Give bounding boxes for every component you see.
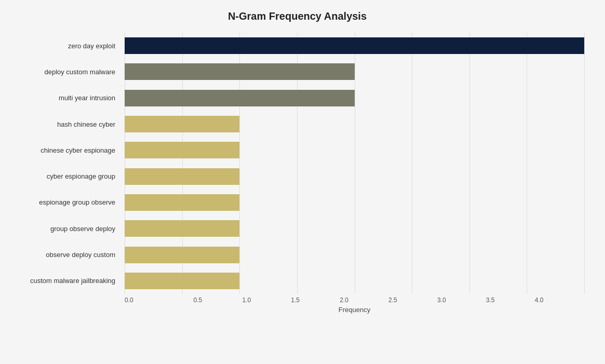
bar xyxy=(125,63,355,80)
grid-line xyxy=(584,33,585,294)
bar-row xyxy=(125,89,584,107)
y-label: chinese cyber espionage xyxy=(10,138,119,162)
bar-row xyxy=(125,219,584,238)
x-tick: 4.0 xyxy=(515,296,563,304)
chart-title: N-Gram Frequency Analysis xyxy=(10,10,584,22)
x-tick: 3.0 xyxy=(417,296,466,304)
x-tick: 1.5 xyxy=(271,296,320,304)
y-label: hash chinese cyber xyxy=(10,112,119,136)
bar-row xyxy=(125,167,584,186)
y-labels: zero day exploitdeploy custom malwaremul… xyxy=(10,33,125,294)
bar xyxy=(125,142,239,158)
chart-area: zero day exploitdeploy custom malwaremul… xyxy=(10,33,584,314)
y-label: multi year intrusion xyxy=(10,86,119,110)
y-label: espionage group observe xyxy=(10,191,119,214)
y-label: cyber espionage group xyxy=(10,165,119,188)
bar xyxy=(125,273,239,289)
x-tick: 2.0 xyxy=(320,296,369,304)
bar xyxy=(125,247,239,263)
x-tick: 1.0 xyxy=(222,296,271,304)
bar xyxy=(125,220,239,237)
bar-row xyxy=(125,272,584,290)
y-label: zero day exploit xyxy=(10,34,119,58)
bar xyxy=(125,168,239,185)
bars-area xyxy=(125,33,584,294)
bar xyxy=(125,194,239,211)
x-axis-label: Frequency xyxy=(125,306,584,314)
x-tick: 3.5 xyxy=(466,296,515,304)
x-tick: 2.5 xyxy=(368,296,417,304)
bar-row xyxy=(125,115,584,133)
y-label: custom malware jailbreaking xyxy=(10,269,119,293)
y-label: observe deploy custom xyxy=(10,243,119,267)
x-axis-container: 0.00.51.01.52.02.53.03.54.0 xyxy=(10,294,584,304)
y-label: deploy custom malware xyxy=(10,60,119,84)
bar xyxy=(125,116,239,132)
x-tick: 0.0 xyxy=(125,296,173,304)
chart-container: N-Gram Frequency Analysis zero day explo… xyxy=(0,0,605,364)
bar-row xyxy=(125,193,584,212)
bar-row xyxy=(125,36,584,55)
x-ticks-row: 0.00.51.01.52.02.53.03.54.0 xyxy=(125,296,584,304)
bars-wrapper: zero day exploitdeploy custom malwaremul… xyxy=(10,33,584,294)
y-label: group observe deploy xyxy=(10,217,119,240)
x-tick: 0.5 xyxy=(173,296,222,304)
bar xyxy=(125,37,584,54)
bar-row xyxy=(125,246,584,264)
bar-row xyxy=(125,141,584,159)
bar xyxy=(125,90,355,106)
bar-row xyxy=(125,62,584,81)
